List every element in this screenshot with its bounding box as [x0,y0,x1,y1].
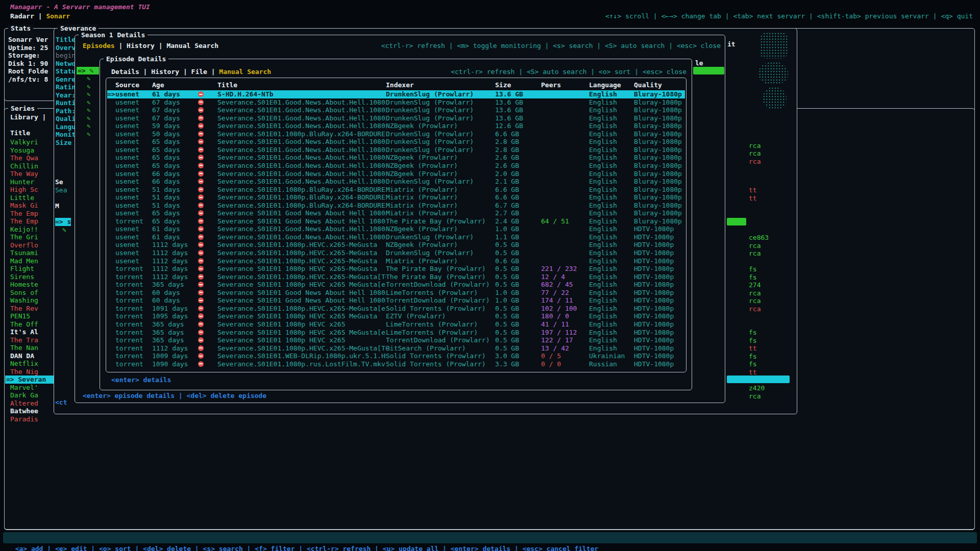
rejected-icon [198,123,204,129]
rejected-icon [198,155,204,160]
episode-help: <enter> details [111,376,171,384]
release-row[interactable]: usenet51 daysSeverance.S01E01.1080p.BluR… [107,186,685,194]
release-row[interactable]: torrent365 daysSeverance S01E01 1080p HE… [107,320,685,329]
bottom-keybindings: <a> add | <e> edit | <o> sort | <del> de… [15,545,599,551]
release-row[interactable]: usenet65 daysSeverance.S01E01.Good.News.… [107,154,685,162]
tab-radarr[interactable]: Radarr [10,12,34,20]
release-row[interactable]: usenet61 daysSeverance.S01E01.Good.News.… [107,233,685,241]
release-row[interactable]: torrent365 daysSeverance S01E01 1080p HE… [107,336,685,344]
release-row[interactable]: torrent1090 daysSeverance.S01E01.1080p.r… [107,360,685,368]
release-row[interactable]: torrent1112 daysSeverance.S01E01.1080p.H… [107,273,685,281]
release-row[interactable]: torrent1112 daysSeverance S01E01 1080p H… [107,265,685,273]
release-row[interactable]: torrent60 daysSeverance S01E01 Good News… [107,289,685,297]
rejected-icon [198,139,204,144]
rejected-icon [198,242,204,247]
rejected-icon [198,250,204,256]
release-row[interactable]: usenet67 daysSeverance.S01E01.Good.News.… [107,114,685,122]
release-row[interactable]: usenet1112 daysSeverance.S01E01.1080p.HE… [107,241,685,249]
rejected-icon [198,306,204,311]
release-row[interactable]: torrent1095 daysSeverance S01E01 1080p H… [107,312,685,320]
release-row[interactable]: usenet67 daysSeverance.S01E01.Good.News.… [107,98,685,107]
app-title: Managarr - A Servarr management TUI [10,3,150,11]
release-row[interactable]: torrent60 daysSeverance S01E01 Good News… [107,296,685,305]
release-row[interactable]: usenet65 daysSeverance.S01E01.Good.News.… [107,162,685,170]
rejected-icon [198,234,204,240]
rejected-icon [198,313,204,319]
rejected-icon [198,171,204,177]
release-row[interactable]: usenet59 daysSeverance.S01E01.Good.News.… [107,122,685,130]
rejected-icon [198,115,204,121]
rejected-icon [198,297,204,303]
release-row[interactable]: usenet66 daysSeverance.S01E01.Good.News.… [107,170,685,178]
rejected-icon [198,179,204,184]
rejected-icon [198,210,204,216]
rejected-icon [198,218,204,224]
release-row[interactable]: torrent365 daysSeverance S01E01 1080p HE… [107,329,685,337]
rejected-icon [198,163,204,168]
rejected-icon [198,107,204,113]
rejected-icon [198,203,204,208]
release-row[interactable]: torrent1112 daysSeverance.S01E01.1080p.H… [107,344,685,353]
rejected-icon [198,361,204,367]
release-row[interactable]: usenet66 daysSeverance.S01E01.Good.News.… [107,178,685,186]
release-row[interactable]: usenet50 daysSeverance.S01E01.1080p.BluR… [107,130,685,138]
rejected-icon [198,353,204,359]
release-row[interactable]: usenet65 daysSeverance.S01E01.Good.News.… [107,138,685,146]
rejected-icon [198,147,204,153]
release-row[interactable]: usenet51 daysSeverance.S01E01.1080p.BluR… [107,202,685,210]
rejected-icon [198,282,204,287]
release-row[interactable]: torrent365 daysSeverance S01E01 1080p HE… [107,281,685,289]
release-row[interactable]: torrent65 daysSeverance S01E01 Good News… [107,217,685,226]
release-row[interactable]: usenet65 daysSeverance S01E01 Good News … [107,209,685,217]
release-row[interactable]: usenet65 daysSeverance.S01E01.Good.News.… [107,146,685,154]
rejected-icon [198,266,204,271]
rejected-icon [198,345,204,351]
rejected-icon [198,226,204,232]
tab-sonarr[interactable]: Sonarr [46,12,70,20]
bottom-bar: <a> add | <e> edit | <o> sort | <del> de… [3,532,977,543]
rejected-icon [198,337,204,343]
release-row[interactable]: usenet61 daysSeverance.S01E01.Good.News.… [107,225,685,233]
release-rows: =>usenet61 daysS-HD.H.264-NTbDrunkenSlug… [0,0,980,551]
global-keybindings: <↑↓> scroll | <←→> change tab | <tab> ne… [605,12,973,20]
rejected-icon [198,131,204,137]
rejected-icon [198,274,204,280]
rejected-icon [198,99,204,105]
rejected-icon [198,290,204,295]
release-row[interactable]: usenet67 daysSeverance.S01E01.Good.News.… [107,106,685,114]
release-row[interactable]: torrent1009 daysSeverance.S01E01.WEB-DLR… [107,352,685,360]
rejected-icon [198,330,204,335]
rejected-icon [198,91,204,97]
release-row[interactable]: torrent1091 daysSeverance.S01E01.1080p.H… [107,305,685,313]
release-row[interactable]: =>usenet61 daysS-HD.H.264-NTbDrunkenSlug… [107,90,685,98]
release-row[interactable]: usenet51 daysSeverance.S01E01.1080p.BluR… [107,193,685,202]
servarr-tab-bar: Radarr | Sonarr [10,12,70,20]
tab-separator: | [34,12,46,20]
rejected-icon [198,258,204,264]
rejected-icon [198,194,204,200]
rejected-icon [198,187,204,192]
release-row[interactable]: usenet1112 daysSeverance.S01E01.1080p.HE… [107,257,685,265]
release-row[interactable]: usenet1112 daysSeverance.S01E01.1080p.HE… [107,249,685,257]
rejected-icon [198,321,204,327]
